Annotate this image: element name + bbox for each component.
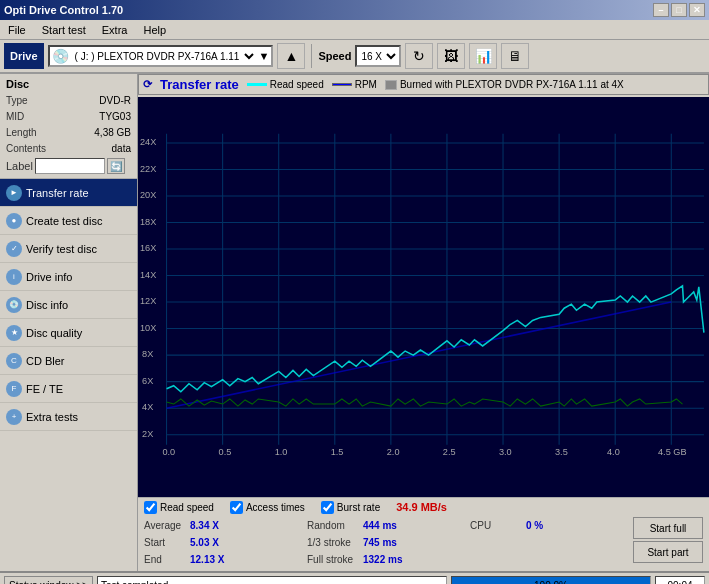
start-part-button[interactable]: Start part bbox=[633, 541, 703, 563]
speed-select[interactable]: 16 X 8 X 4 X 2 X MAX bbox=[355, 45, 401, 67]
legend-read-speed-color bbox=[247, 83, 267, 86]
stat-group-3: CPU 0 % bbox=[470, 517, 633, 568]
refresh-button[interactable]: ↻ bbox=[405, 43, 433, 69]
title-bar: Opti Drive Control 1.70 – □ ✕ bbox=[0, 0, 709, 20]
cb-access-times[interactable] bbox=[230, 501, 243, 514]
start-full-button[interactable]: Start full bbox=[633, 517, 703, 539]
svg-text:0.0: 0.0 bbox=[162, 447, 175, 457]
separator-1 bbox=[311, 44, 312, 68]
nav-disc-quality-label: Disc quality bbox=[26, 327, 82, 339]
cb-access-times-label: Access times bbox=[246, 502, 305, 513]
svg-text:4X: 4X bbox=[142, 402, 153, 412]
stat-fullstroke-val: 1322 ms bbox=[363, 551, 415, 568]
toolbar-btn-1[interactable]: 🖼 bbox=[437, 43, 465, 69]
disc-mid-row: MID TYG03 bbox=[6, 109, 131, 125]
right-panel: ⟳ Transfer rate Read speed RPM Burned wi… bbox=[138, 74, 709, 571]
cb-burst-rate[interactable] bbox=[321, 501, 334, 514]
stat-group-2: Random 444 ms 1/3 stroke 745 ms Full str… bbox=[307, 517, 470, 568]
nav-create-label: Create test disc bbox=[26, 215, 102, 227]
nav-drive-info-label: Drive info bbox=[26, 271, 72, 283]
status-window-button[interactable]: Status window >> bbox=[4, 576, 93, 584]
cb-read-speed-item: Read speed bbox=[144, 501, 214, 514]
nav-fe-te[interactable]: F FE / TE bbox=[0, 375, 137, 403]
nav-disc-info[interactable]: 💿 Disc info bbox=[0, 291, 137, 319]
sidebar: Disc Type DVD-R MID TYG03 Length 4,38 GB… bbox=[0, 74, 138, 571]
cd-bler-icon: C bbox=[6, 353, 22, 369]
stat-random-val: 444 ms bbox=[363, 517, 415, 534]
stat-start-val: 5.03 X bbox=[190, 534, 234, 551]
cb-burst-rate-label: Burst rate bbox=[337, 502, 380, 513]
disc-type-val: DVD-R bbox=[99, 93, 131, 109]
toolbar-btn-3[interactable]: 🖥 bbox=[501, 43, 529, 69]
create-test-disc-icon: ● bbox=[6, 213, 22, 229]
menu-file[interactable]: File bbox=[4, 23, 30, 37]
stat-end-line: End 12.13 X bbox=[144, 551, 307, 568]
progress-text: 100.0% bbox=[452, 577, 650, 584]
disc-quality-icon: ★ bbox=[6, 325, 22, 341]
nav-drive-info[interactable]: i Drive info bbox=[0, 263, 137, 291]
disc-length-key: Length bbox=[6, 125, 37, 141]
close-button[interactable]: ✕ bbox=[689, 3, 705, 17]
nav-transfer-rate[interactable]: ► Transfer rate bbox=[0, 179, 137, 207]
svg-text:1.5: 1.5 bbox=[331, 447, 344, 457]
nav-verify-label: Verify test disc bbox=[26, 243, 97, 255]
cb-read-speed-label: Read speed bbox=[160, 502, 214, 513]
nav-disc-quality[interactable]: ★ Disc quality bbox=[0, 319, 137, 347]
legend-read-speed: Read speed bbox=[247, 79, 324, 90]
stat-stroke13-val: 745 ms bbox=[363, 534, 415, 551]
disc-label-input[interactable] bbox=[35, 158, 105, 174]
disc-mid-key: MID bbox=[6, 109, 24, 125]
svg-text:4.0: 4.0 bbox=[607, 447, 620, 457]
cb-access-times-item: Access times bbox=[230, 501, 305, 514]
svg-text:20X: 20X bbox=[140, 190, 156, 200]
menu-help[interactable]: Help bbox=[139, 23, 170, 37]
nav-fe-te-label: FE / TE bbox=[26, 383, 63, 395]
svg-text:3.0: 3.0 bbox=[499, 447, 512, 457]
svg-text:2X: 2X bbox=[142, 429, 153, 439]
disc-section: Disc Type DVD-R MID TYG03 Length 4,38 GB… bbox=[0, 74, 137, 179]
drive-select-container[interactable]: 💿 ( J: ) PLEXTOR DVDR PX-716A 1.11 ▼ bbox=[48, 45, 274, 67]
stat-cpu-val: 0 % bbox=[526, 517, 543, 534]
stat-random-key: Random bbox=[307, 517, 359, 534]
menu-extra[interactable]: Extra bbox=[98, 23, 132, 37]
nav-verify-test-disc[interactable]: ✓ Verify test disc bbox=[0, 235, 137, 263]
toolbar-btn-2[interactable]: 📊 bbox=[469, 43, 497, 69]
svg-text:18X: 18X bbox=[140, 217, 156, 227]
drive-dropdown[interactable]: ( J: ) PLEXTOR DVDR PX-716A 1.11 bbox=[71, 50, 257, 63]
svg-text:12X: 12X bbox=[140, 296, 156, 306]
disc-contents-row: Contents data bbox=[6, 141, 131, 157]
eject-button[interactable]: ▲ bbox=[277, 43, 305, 69]
legend-rpm-label: RPM bbox=[355, 79, 377, 90]
bottom-controls: Read speed Access times Burst rate 34.9 … bbox=[138, 497, 709, 571]
extra-tests-icon: + bbox=[6, 409, 22, 425]
legend-burned-label: Burned with PLEXTOR DVDR PX-716A 1.11 at… bbox=[400, 79, 624, 90]
nav-cd-bler[interactable]: C CD Bler bbox=[0, 347, 137, 375]
window-controls: – □ ✕ bbox=[653, 3, 705, 17]
svg-text:6X: 6X bbox=[142, 376, 153, 386]
legend-rpm-color bbox=[332, 83, 352, 86]
disc-mid-val: TYG03 bbox=[99, 109, 131, 125]
legend-rpm: RPM bbox=[332, 79, 377, 90]
disc-length-row: Length 4,38 GB bbox=[6, 125, 131, 141]
nav-create-test-disc[interactable]: ● Create test disc bbox=[0, 207, 137, 235]
svg-text:16X: 16X bbox=[140, 243, 156, 253]
minimize-button[interactable]: – bbox=[653, 3, 669, 17]
maximize-button[interactable]: □ bbox=[671, 3, 687, 17]
cb-read-speed[interactable] bbox=[144, 501, 157, 514]
status-bar: Status window >> Test completed 100.0% 0… bbox=[0, 571, 709, 584]
stat-fullstroke-line: Full stroke 1322 ms bbox=[307, 551, 470, 568]
drive-icon: 💿 bbox=[52, 48, 69, 64]
drive-dropdown-arrow: ▼ bbox=[259, 50, 270, 62]
nav-extra-tests[interactable]: + Extra tests bbox=[0, 403, 137, 431]
nav-transfer-rate-label: Transfer rate bbox=[26, 187, 89, 199]
cb-burst-rate-item: Burst rate bbox=[321, 501, 380, 514]
disc-type-row: Type DVD-R bbox=[6, 93, 131, 109]
menu-start-test[interactable]: Start test bbox=[38, 23, 90, 37]
stat-cpu-line: CPU 0 % bbox=[470, 517, 633, 534]
svg-text:3.5: 3.5 bbox=[555, 447, 568, 457]
legend-burned: Burned with PLEXTOR DVDR PX-716A 1.11 at… bbox=[385, 79, 624, 90]
status-completed-text: Test completed bbox=[101, 580, 168, 585]
stat-stroke13-line: 1/3 stroke 745 ms bbox=[307, 534, 470, 551]
stat-fullstroke-key: Full stroke bbox=[307, 551, 359, 568]
disc-label-button[interactable]: 🔄 bbox=[107, 158, 125, 174]
